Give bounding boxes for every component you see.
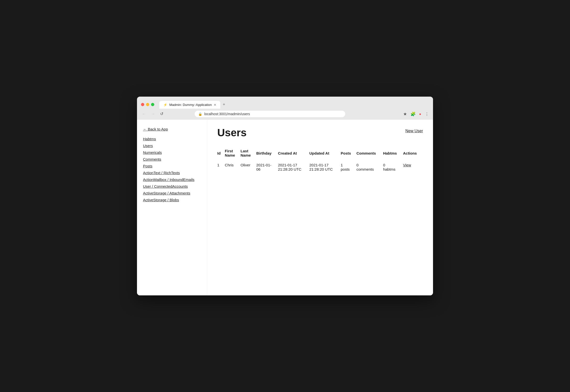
back-button[interactable]: ← [141,111,147,116]
sidebar: ← Back to App Habtms Users Numericals Co… [137,120,207,295]
refresh-button[interactable]: ↺ [159,111,164,116]
col-header-actions: Actions [403,147,423,160]
cell-first-name: Chris [225,160,241,174]
sidebar-item-actionmailbox-inboundemails[interactable]: ActionMailbox / InboundEmails [143,176,201,183]
page-content: ← Back to App Habtms Users Numericals Co… [137,120,433,295]
sidebar-item-actiontext-richtexts[interactable]: ActionText / RichTexts [143,169,201,176]
col-header-comments: Comments [357,147,383,160]
browser-window: ⚡ Madmin: Dummy::Application ✕ + ← → ↺ 🔒… [137,97,433,295]
toolbar-right: ★ 🧩 ● ⋮ [403,111,429,117]
cell-birthday: 2021-01-06 [256,160,278,174]
sidebar-item-numericals[interactable]: Numericals [143,149,201,156]
new-user-button[interactable]: New User [405,127,423,133]
cell-updated-at: 2021-01-1721:28:20 UTC [309,160,341,174]
address-bar: ← → ↺ 🔒 localhost:3001/madmin/users ★ 🧩 … [137,109,433,120]
tab-icon: ⚡ [163,103,167,107]
table-row: 1 Chris Oliver 2021-01-06 2021-01-1721:2… [217,160,423,174]
profile-icon[interactable]: ● [419,112,421,116]
main-content: Users New User Id FirstName LastName Bir… [207,120,433,295]
cell-posts: 1posts [341,160,357,174]
cell-id: 1 [217,160,225,174]
tab-close-button[interactable]: ✕ [214,103,216,107]
cell-last-name: Oliver [241,160,256,174]
cell-actions: View [403,160,423,174]
address-input[interactable]: 🔒 localhost:3001/madmin/users [195,111,345,117]
lock-icon: 🔒 [198,112,202,116]
traffic-lights [141,103,154,106]
bookmark-icon[interactable]: ★ [403,111,407,117]
col-header-created-at: Created At [278,147,309,160]
traffic-light-green[interactable] [151,103,154,106]
new-tab-button[interactable]: + [220,100,228,109]
sidebar-item-activestorage-blobs[interactable]: ActiveStorage / Blobs [143,197,201,203]
traffic-light-yellow[interactable] [146,103,149,106]
address-text: localhost:3001/madmin/users [204,112,250,116]
table-header: Id FirstName LastName Birthday Created A… [217,147,423,160]
tab-title: Madmin: Dummy::Application [169,103,212,107]
tab-bar: ⚡ Madmin: Dummy::Application ✕ + [159,100,228,109]
title-bar: ⚡ Madmin: Dummy::Application ✕ + [137,97,433,109]
cell-created-at: 2021-01-1721:28:20 UTC [278,160,309,174]
extensions-icon[interactable]: 🧩 [410,111,416,117]
col-header-updated-at: Updated At [309,147,341,160]
sidebar-item-user-connectedaccounts[interactable]: User / ConnectedAccounts [143,183,201,190]
page-title: Users [217,127,247,139]
sidebar-item-habtms[interactable]: Habtms [143,136,201,142]
sidebar-item-comments[interactable]: Comments [143,156,201,163]
view-link[interactable]: View [403,163,411,167]
browser-chrome: ⚡ Madmin: Dummy::Application ✕ + ← → ↺ 🔒… [137,97,433,120]
users-table: Id FirstName LastName Birthday Created A… [217,147,423,174]
col-header-first-name: FirstName [225,147,241,160]
back-to-app-link[interactable]: ← Back to App [143,126,201,133]
sidebar-item-users[interactable]: Users [143,142,201,149]
traffic-light-red[interactable] [141,103,144,106]
active-tab[interactable]: ⚡ Madmin: Dummy::Application ✕ [159,101,220,109]
col-header-last-name: LastName [241,147,256,160]
cell-habtms: 0habtms [383,160,403,174]
menu-icon[interactable]: ⋮ [425,111,429,117]
page-header: Users New User [217,127,423,139]
col-header-birthday: Birthday [256,147,278,160]
col-header-habtms: Habtms [383,147,403,160]
cell-comments: 0comments [357,160,383,174]
sidebar-item-activestorage-attachments[interactable]: ActiveStorage / Attachments [143,190,201,197]
table-body: 1 Chris Oliver 2021-01-06 2021-01-1721:2… [217,160,423,174]
forward-button[interactable]: → [150,111,156,116]
sidebar-item-posts[interactable]: Posts [143,163,201,169]
col-header-id: Id [217,147,225,160]
col-header-posts: Posts [341,147,357,160]
